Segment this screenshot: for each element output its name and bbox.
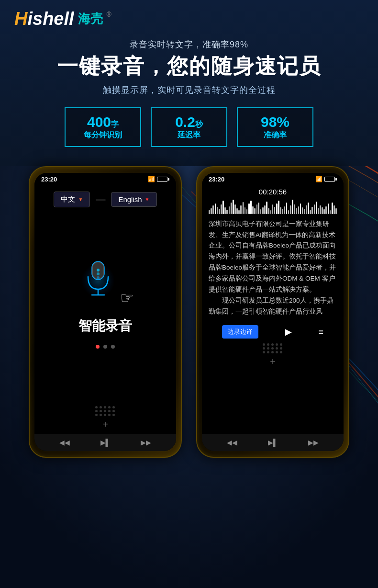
svg-point-8	[97, 276, 100, 279]
mic-icon-wrap: ☞	[81, 257, 129, 309]
logo-chinese: 海壳	[78, 11, 103, 27]
logo-h: H	[14, 9, 27, 29]
phone-1-outer: 23:20 📶 中文 ▼	[29, 166, 182, 458]
nav-fwd-1[interactable]: ▶▶	[141, 439, 151, 446]
dot-inactive-1	[103, 345, 107, 349]
wifi-icon: 📶	[148, 176, 155, 182]
lang-from-btn[interactable]: 中文 ▼	[54, 192, 90, 207]
subtitle-desc: 触摸显示屏，实时可见录音转文字的全过程	[14, 84, 364, 96]
title-main: 一键录音，您的随身速记员	[14, 54, 364, 79]
mic-area: ☞ 智能录音	[78, 217, 132, 401]
phone-1-inner: 23:20 📶 中文 ▼	[34, 173, 176, 451]
phone-1-bottom-controls: +	[95, 401, 115, 434]
list-btn[interactable]: ≡	[319, 327, 324, 337]
phone-2-nav-bar: ◀◀ ▶▌ ▶▶	[202, 434, 344, 451]
phone-2-bottom-controls: +	[209, 339, 337, 371]
logo-reg: ®	[107, 11, 111, 18]
nav-play-2[interactable]: ▶▌	[268, 439, 278, 446]
stats-row: 400字 每分钟识别 0.2秒 延迟率 98% 准确率	[14, 107, 364, 147]
svg-point-6	[97, 269, 100, 271]
stat-number-2: 98%	[251, 114, 299, 130]
phones-section: 23:20 📶 中文 ▼	[0, 166, 378, 472]
phone-2-outer: 23:20 📶 00:20:56	[196, 166, 349, 458]
phone-1-status-icons: 📶	[148, 176, 169, 182]
phone-2-status-icons: 📶	[315, 176, 337, 182]
dot-inactive-2	[111, 345, 115, 349]
dot-active	[96, 345, 100, 349]
nav-play-1[interactable]: ▶▌	[100, 439, 111, 446]
mic-svg-icon	[81, 257, 115, 300]
phone-2-time: 23:20	[209, 176, 224, 183]
lang-separator: —	[96, 194, 105, 205]
subtitle-small: 录音实时转文字，准确率98%	[14, 39, 364, 50]
plus-button-2[interactable]: +	[270, 356, 276, 367]
logo: Hishell 海壳®	[14, 9, 364, 29]
lang-selector: 中文 ▼ — English ▼	[54, 192, 156, 207]
lang-from-arrow: ▼	[78, 197, 83, 202]
speaker-dots-2	[263, 343, 283, 353]
record-timer: 00:20:56	[209, 188, 337, 196]
stat-box-0: 400字 每分钟识别	[65, 107, 141, 147]
phone-2: 23:20 📶 00:20:56	[196, 166, 349, 458]
lang-to-label: English	[118, 195, 142, 204]
phone-1-status-bar: 23:20 📶	[34, 173, 176, 185]
stat-box-1: 0.2秒 延迟率	[151, 107, 227, 147]
plus-button[interactable]: +	[102, 419, 108, 430]
phone-2-screen: 00:20:56 深圳市高贝电子有限公司是一家专业集研发、生产及销售AI翻译机为…	[202, 185, 344, 434]
finger-icon: ☞	[120, 289, 134, 307]
phone-1-screen: 中文 ▼ — English ▼	[34, 185, 176, 434]
bottom-controls-bar: 边录边译 ▶ ≡	[209, 325, 337, 339]
speaker-dots	[95, 406, 115, 416]
realtime-translate-btn[interactable]: 边录边译	[222, 325, 258, 339]
stat-number-0: 400字	[79, 114, 127, 130]
battery-icon-2	[324, 177, 337, 182]
lang-to-arrow: ▼	[145, 197, 150, 202]
logo-ishell: ishell	[27, 9, 74, 29]
logo-text: Hishell	[14, 9, 74, 29]
waveform	[209, 200, 337, 214]
lang-from-label: 中文	[61, 195, 75, 204]
dots-row	[96, 345, 115, 349]
nav-back-2[interactable]: ◀◀	[227, 439, 237, 446]
transcript-text: 深圳市高贝电子有限公司是一家专业集研发、生产及销售AI翻译机为一体的高新技术企业…	[209, 219, 337, 317]
phone-2-status-bar: 23:20 📶	[202, 173, 344, 185]
lang-to-btn[interactable]: English ▼	[111, 192, 156, 207]
stat-label-2: 准确率	[251, 130, 299, 140]
stat-number-1: 0.2秒	[165, 114, 213, 130]
svg-point-7	[97, 272, 100, 275]
record-label: 智能录音	[78, 317, 132, 335]
nav-fwd-2[interactable]: ▶▶	[308, 439, 319, 446]
phone-1-time: 23:20	[41, 176, 57, 183]
phone-1: 23:20 📶 中文 ▼	[29, 166, 182, 458]
play-btn[interactable]: ▶	[285, 327, 292, 337]
stat-label-0: 每分钟识别	[79, 130, 127, 140]
battery-icon	[157, 177, 169, 182]
stat-box-2: 98% 准确率	[237, 107, 313, 147]
wifi-icon-2: 📶	[315, 176, 322, 182]
phone-2-inner: 23:20 📶 00:20:56	[202, 173, 344, 451]
stat-label-1: 延迟率	[165, 130, 213, 140]
phone-1-nav-bar: ◀◀ ▶▌ ▶▶	[34, 434, 176, 451]
nav-back-1[interactable]: ◀◀	[59, 439, 70, 446]
